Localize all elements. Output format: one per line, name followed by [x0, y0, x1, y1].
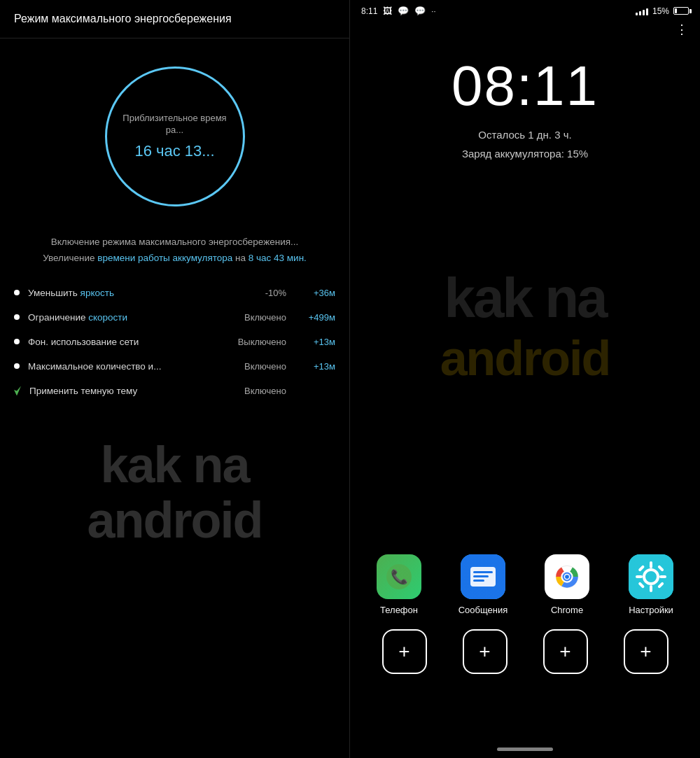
network-status: Выключено	[238, 337, 286, 347]
svg-rect-6	[473, 580, 484, 582]
svg-rect-17	[636, 575, 643, 578]
status-bar: 8:11 🖼 💬 💬 ·· 15%	[350, 0, 700, 19]
battery-circle: Приблизительное время ра... 16 час 13...	[105, 66, 245, 206]
phone-app-icon: 📞	[377, 554, 421, 599]
item-name-network: Фон. использование сети	[28, 337, 238, 347]
add-apps-row: + + + +	[357, 629, 693, 674]
app-item-settings[interactable]: Настройки	[620, 554, 682, 615]
nav-bar	[350, 748, 700, 751]
battery-circle-section: Приблизительное время ра... 16 час 13...	[0, 38, 349, 227]
svg-text:📞: 📞	[391, 568, 408, 585]
right-panel: 8:11 🖼 💬 💬 ·· 15% ⋮ 08:11 Осталось 1	[350, 0, 700, 758]
speed-link[interactable]: скорости	[88, 312, 127, 323]
bullet-icon	[14, 290, 20, 295]
app-item-phone[interactable]: 📞 Телефон	[368, 554, 430, 615]
clock-section: 08:11	[350, 40, 700, 125]
status-right: 15%	[636, 6, 689, 16]
battery-icon	[673, 7, 689, 15]
left-panel: Режим максимального энергосбережения При…	[0, 0, 350, 758]
bullet-icon	[14, 363, 20, 369]
network-value: +13м	[300, 337, 335, 347]
chrome-app-icon	[545, 554, 589, 599]
watermark: kak naandroid	[0, 437, 349, 548]
item-name-theme: Применить темную тему	[29, 386, 244, 396]
settings-item-brightness: Уменьшить яркость -10% +36м	[7, 281, 342, 305]
item-name-brightness: Уменьшить яркость	[28, 288, 265, 298]
status-left: 8:11 🖼 💬 💬 ··	[361, 6, 435, 16]
status-time: 8:11	[361, 6, 377, 16]
right-watermark: kak na android	[350, 266, 700, 386]
max-status: Включено	[244, 361, 286, 372]
nav-home-indicator	[497, 748, 553, 751]
settings-item-theme: Применить темную тему Включено	[7, 379, 342, 403]
add-app-button-2[interactable]: +	[463, 629, 507, 674]
settings-list: Уменьшить яркость -10% +36м Ограничение …	[0, 281, 349, 403]
info-text2: Увеличение	[43, 253, 97, 263]
add-app-button-4[interactable]: +	[624, 629, 668, 674]
settings-item-network: Фон. использование сети Выключено +13м	[7, 330, 342, 354]
bullet-icon	[14, 339, 20, 344]
app-item-messages[interactable]: Сообщения	[451, 554, 514, 615]
theme-status: Включено	[244, 386, 286, 396]
settings-item-max: Максимальное количество и... Включено +1…	[7, 354, 342, 379]
brightness-status: -10%	[265, 288, 286, 298]
notification-icon3: 💬	[414, 6, 426, 16]
info-text3: на	[232, 253, 248, 263]
max-value: +13м	[300, 361, 335, 372]
battery-info: Осталось 1 дн. 3 ч. Заряд аккумулятора: …	[350, 125, 700, 170]
notification-dots: ··	[431, 7, 435, 15]
left-header: Режим максимального энергосбережения	[0, 0, 349, 38]
svg-rect-5	[473, 575, 489, 577]
signal-icon	[636, 7, 648, 15]
svg-rect-15	[650, 561, 652, 568]
svg-rect-13	[629, 554, 673, 599]
info-line2: Увеличение времени работы аккумулятора н…	[21, 251, 328, 267]
battery-remaining: Осталось 1 дн. 3 ч.	[350, 125, 700, 144]
messages-app-icon	[461, 554, 505, 599]
settings-app-label: Настройки	[629, 605, 673, 615]
info-link: времени работы аккумулятора	[97, 253, 232, 263]
item-name-max: Максимальное количество и...	[28, 361, 244, 372]
checkmark-icon	[14, 386, 21, 395]
add-app-button-3[interactable]: +	[543, 629, 588, 674]
svg-rect-18	[659, 575, 666, 578]
overflow-menu-icon[interactable]: ⋮	[676, 22, 689, 37]
svg-rect-4	[473, 571, 493, 573]
phone-app-label: Телефон	[380, 605, 418, 615]
settings-app-icon	[629, 554, 673, 599]
clock-display: 08:11	[350, 54, 700, 118]
app-row-main: 📞 Телефон	[357, 547, 693, 629]
app-item-chrome[interactable]: Chrome	[536, 554, 598, 615]
add-app-button-1[interactable]: +	[382, 629, 427, 674]
bullet-icon	[14, 314, 20, 320]
brightness-value: +36м	[300, 288, 335, 298]
info-highlight: 8 час 43 мин.	[248, 253, 307, 263]
notification-icon1: 🖼	[383, 6, 392, 16]
battery-percent-text: 15%	[652, 6, 669, 16]
circle-time: 16 час 13...	[134, 142, 214, 160]
app-grid: 📞 Телефон	[350, 547, 700, 674]
circle-label: Приблизительное время ра...	[121, 113, 229, 136]
messages-app-label: Сообщения	[458, 605, 508, 615]
svg-point-12	[565, 575, 569, 579]
item-name-speed: Ограничение скорости	[28, 312, 244, 323]
chrome-app-label: Chrome	[551, 605, 583, 615]
speed-value: +499м	[300, 312, 335, 323]
page-title: Режим максимального энергосбережения	[14, 13, 335, 25]
svg-rect-16	[650, 585, 652, 592]
info-section: Включение режима максимального энергосбе…	[0, 227, 349, 281]
settings-item-speed: Ограничение скорости Включено +499м	[7, 305, 342, 330]
brightness-link[interactable]: яркость	[80, 288, 114, 298]
three-dots-menu[interactable]: ⋮	[350, 19, 700, 40]
notification-icon2: 💬	[398, 6, 409, 16]
info-line1: Включение режима максимального энергосбе…	[21, 234, 328, 251]
speed-status: Включено	[244, 312, 286, 323]
battery-charge: Заряд аккумулятора: 15%	[350, 144, 700, 163]
